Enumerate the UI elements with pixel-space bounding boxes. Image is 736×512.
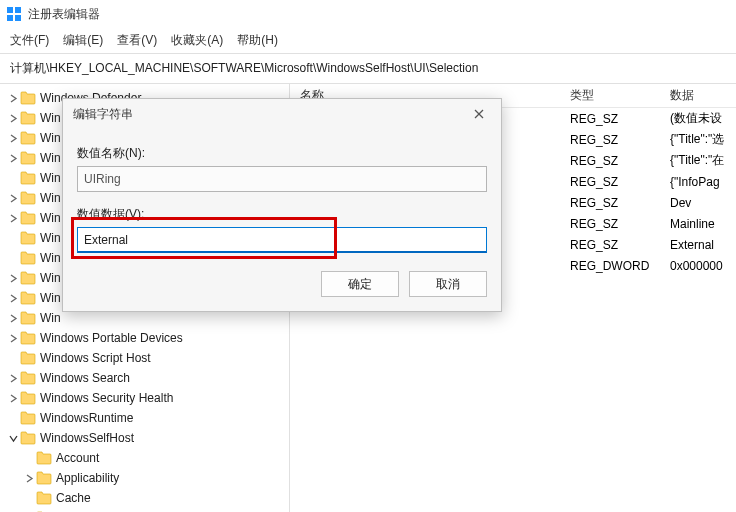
- cell-data: Mainline: [670, 217, 736, 231]
- tree-item-label: Win: [40, 131, 61, 145]
- tree-item-label: Win: [40, 291, 61, 305]
- cell-data: {"Title":"在: [670, 152, 736, 169]
- chevron-right-icon[interactable]: [6, 274, 20, 283]
- folder-icon: [20, 331, 36, 345]
- cell-type: REG_DWORD: [570, 259, 670, 273]
- chevron-right-icon[interactable]: [6, 94, 20, 103]
- col-header-type[interactable]: 类型: [570, 87, 670, 104]
- tree-item[interactable]: WindowsSelfHost: [0, 428, 289, 448]
- folder-icon: [20, 411, 36, 425]
- folder-icon: [36, 451, 52, 465]
- edit-string-dialog: 编辑字符串 数值名称(N): 数值数据(V): 确定 取消: [62, 98, 502, 312]
- folder-icon: [36, 471, 52, 485]
- folder-icon: [20, 431, 36, 445]
- address-bar[interactable]: 计算机\HKEY_LOCAL_MACHINE\SOFTWARE\Microsof…: [0, 53, 736, 84]
- tree-item-label: Win: [40, 271, 61, 285]
- tree-item-label: Windows Security Health: [40, 391, 173, 405]
- cell-data: {"Title":"选: [670, 131, 736, 148]
- window-titlebar: 注册表编辑器: [0, 0, 736, 28]
- chevron-right-icon[interactable]: [6, 194, 20, 203]
- folder-icon: [20, 371, 36, 385]
- chevron-right-icon[interactable]: [6, 394, 20, 403]
- cell-data: {"InfoPag: [670, 175, 736, 189]
- cell-data: External: [670, 238, 736, 252]
- folder-icon: [20, 131, 36, 145]
- tree-item-label: WindowsRuntime: [40, 411, 133, 425]
- folder-icon: [20, 151, 36, 165]
- chevron-right-icon[interactable]: [6, 114, 20, 123]
- folder-icon: [20, 211, 36, 225]
- chevron-right-icon[interactable]: [6, 314, 20, 323]
- menu-help[interactable]: 帮助(H): [237, 32, 278, 49]
- svg-rect-0: [7, 7, 13, 13]
- folder-icon: [20, 231, 36, 245]
- cell-type: REG_SZ: [570, 133, 670, 147]
- tree-item-label: Win: [40, 171, 61, 185]
- tree-item-label: Cache: [56, 491, 91, 505]
- tree-item-label: Win: [40, 151, 61, 165]
- chevron-right-icon[interactable]: [6, 214, 20, 223]
- dialog-title-text: 编辑字符串: [73, 106, 133, 123]
- cell-data: (数值未设: [670, 110, 736, 127]
- folder-icon: [20, 111, 36, 125]
- ok-button[interactable]: 确定: [321, 271, 399, 297]
- chevron-right-icon[interactable]: [6, 134, 20, 143]
- menu-file[interactable]: 文件(F): [10, 32, 49, 49]
- close-icon[interactable]: [467, 102, 491, 126]
- cell-type: REG_SZ: [570, 196, 670, 210]
- tree-item-label: Win: [40, 251, 61, 265]
- tree-item[interactable]: Cache: [0, 488, 289, 508]
- folder-icon: [20, 251, 36, 265]
- tree-item-label: Win: [40, 211, 61, 225]
- tree-item[interactable]: Windows Script Host: [0, 348, 289, 368]
- chevron-down-icon[interactable]: [6, 434, 20, 443]
- tree-item[interactable]: Account: [0, 448, 289, 468]
- folder-icon: [20, 291, 36, 305]
- cell-type: REG_SZ: [570, 217, 670, 231]
- cell-data: 0x000000: [670, 259, 736, 273]
- folder-icon: [20, 311, 36, 325]
- chevron-right-icon[interactable]: [6, 374, 20, 383]
- cancel-button[interactable]: 取消: [409, 271, 487, 297]
- value-name-label: 数值名称(N):: [77, 145, 487, 162]
- chevron-right-icon[interactable]: [6, 294, 20, 303]
- tree-item-label: Windows Search: [40, 371, 130, 385]
- cell-type: REG_SZ: [570, 154, 670, 168]
- tree-item-label: Win: [40, 311, 61, 325]
- menu-edit[interactable]: 编辑(E): [63, 32, 103, 49]
- folder-icon: [20, 271, 36, 285]
- chevron-right-icon[interactable]: [6, 154, 20, 163]
- svg-rect-2: [7, 15, 13, 21]
- cell-data: Dev: [670, 196, 736, 210]
- value-data-input[interactable]: [77, 227, 487, 253]
- menu-view[interactable]: 查看(V): [117, 32, 157, 49]
- tree-item-label: Win: [40, 191, 61, 205]
- tree-item[interactable]: WindowsRuntime: [0, 408, 289, 428]
- tree-item[interactable]: Windows Portable Devices: [0, 328, 289, 348]
- window-title: 注册表编辑器: [28, 6, 100, 23]
- tree-item[interactable]: ClientState: [0, 508, 289, 512]
- menu-bar: 文件(F) 编辑(E) 查看(V) 收藏夹(A) 帮助(H): [0, 28, 736, 53]
- tree-item[interactable]: Windows Search: [0, 368, 289, 388]
- chevron-right-icon[interactable]: [22, 474, 36, 483]
- value-name-input[interactable]: [77, 166, 487, 192]
- cell-type: REG_SZ: [570, 175, 670, 189]
- chevron-right-icon[interactable]: [6, 334, 20, 343]
- tree-item-label: Applicability: [56, 471, 119, 485]
- value-data-label: 数值数据(V):: [77, 206, 487, 223]
- folder-icon: [20, 191, 36, 205]
- svg-rect-3: [15, 15, 21, 21]
- tree-item[interactable]: Applicability: [0, 468, 289, 488]
- cell-type: REG_SZ: [570, 112, 670, 126]
- folder-icon: [20, 171, 36, 185]
- cell-type: REG_SZ: [570, 238, 670, 252]
- folder-icon: [36, 491, 52, 505]
- folder-icon: [20, 391, 36, 405]
- tree-item-label: Windows Script Host: [40, 351, 151, 365]
- tree-item[interactable]: Windows Security Health: [0, 388, 289, 408]
- menu-favorites[interactable]: 收藏夹(A): [171, 32, 223, 49]
- col-header-data[interactable]: 数据: [670, 87, 736, 104]
- svg-rect-1: [15, 7, 21, 13]
- dialog-titlebar[interactable]: 编辑字符串: [63, 99, 501, 129]
- folder-icon: [20, 351, 36, 365]
